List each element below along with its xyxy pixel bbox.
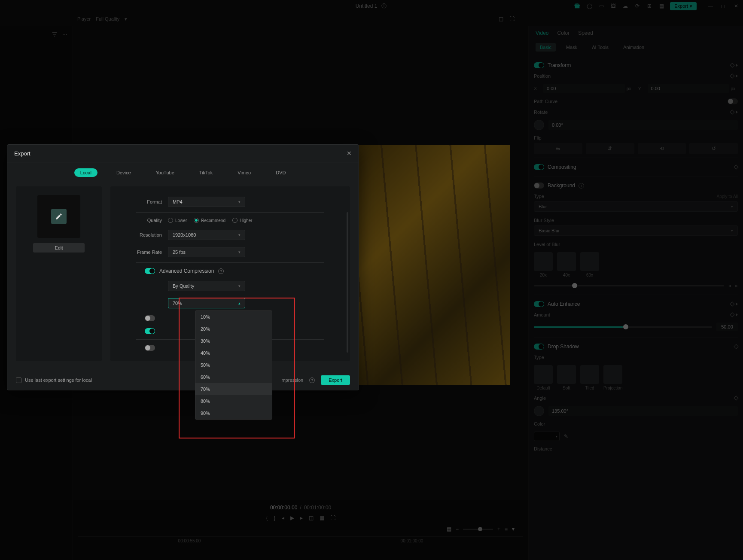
export-tab-dvd[interactable]: DVD xyxy=(270,168,292,177)
use-last-settings-label: Use last export settings for local xyxy=(25,377,92,383)
export-modal-close-icon[interactable]: ✕ xyxy=(347,150,352,157)
quality-radio-recommend[interactable]: Recommend xyxy=(194,218,225,223)
adv-compression-help-icon[interactable]: ? xyxy=(218,268,224,274)
export-tab-tiktok[interactable]: TikTok xyxy=(193,168,219,177)
framerate-select[interactable]: 25 fps▾ xyxy=(168,247,245,257)
compression-option-50[interactable]: 50% xyxy=(195,359,272,371)
export-modal: Export ✕ Local Device YouTube TikTok Vim… xyxy=(7,144,359,390)
compression-mode-select[interactable]: By Quality▾ xyxy=(168,281,245,291)
quality-radio-lower[interactable]: Lower xyxy=(168,218,187,223)
format-label: Format xyxy=(119,199,162,204)
compression-option-20[interactable]: 20% xyxy=(195,323,272,335)
quality-radio-higher[interactable]: Higher xyxy=(232,218,252,223)
resolution-select[interactable]: 1920x1080▾ xyxy=(168,230,245,240)
export-tab-youtube[interactable]: YouTube xyxy=(150,168,180,177)
export-modal-title: Export xyxy=(14,150,30,157)
export-tab-vimeo[interactable]: Vimeo xyxy=(231,168,257,177)
compression-option-80[interactable]: 80% xyxy=(195,395,272,407)
edit-thumbnail-button[interactable]: Edit xyxy=(33,243,85,253)
extra-toggle-1[interactable] xyxy=(145,315,155,321)
export-thumbnail xyxy=(37,195,80,238)
quality-label: Quality xyxy=(119,218,162,223)
adv-compression-toggle[interactable] xyxy=(145,268,155,274)
framerate-label: Frame Rate xyxy=(119,250,162,255)
resolution-label: Resolution xyxy=(119,232,162,237)
compression-option-60[interactable]: 60% xyxy=(195,371,272,383)
adv-compression-label: Advanced Compression xyxy=(159,268,214,274)
extra-toggle-2[interactable] xyxy=(145,328,155,334)
compression-option-30[interactable]: 30% xyxy=(195,335,272,347)
export-confirm-button[interactable]: Export xyxy=(321,375,350,385)
extra-toggle-3[interactable] xyxy=(145,345,155,351)
export-tab-local[interactable]: Local xyxy=(74,168,97,177)
use-last-settings-checkbox[interactable] xyxy=(16,377,21,383)
footer-help-icon[interactable]: ? xyxy=(309,377,315,383)
compression-percentage-dropdown: 10% 20% 30% 40% 50% 60% 70% 80% 90% xyxy=(195,310,272,420)
compression-option-40[interactable]: 40% xyxy=(195,347,272,359)
compression-option-90[interactable]: 90% xyxy=(195,407,272,419)
compression-option-70[interactable]: 70% xyxy=(195,383,272,395)
compression-suffix: mpression xyxy=(281,377,303,383)
export-tab-device[interactable]: Device xyxy=(110,168,137,177)
format-select[interactable]: MP4▾ xyxy=(168,197,245,207)
compression-option-10[interactable]: 10% xyxy=(195,311,272,323)
compression-value-select[interactable]: 70%▴ xyxy=(168,298,245,308)
edit-thumbnail-icon xyxy=(51,209,67,224)
